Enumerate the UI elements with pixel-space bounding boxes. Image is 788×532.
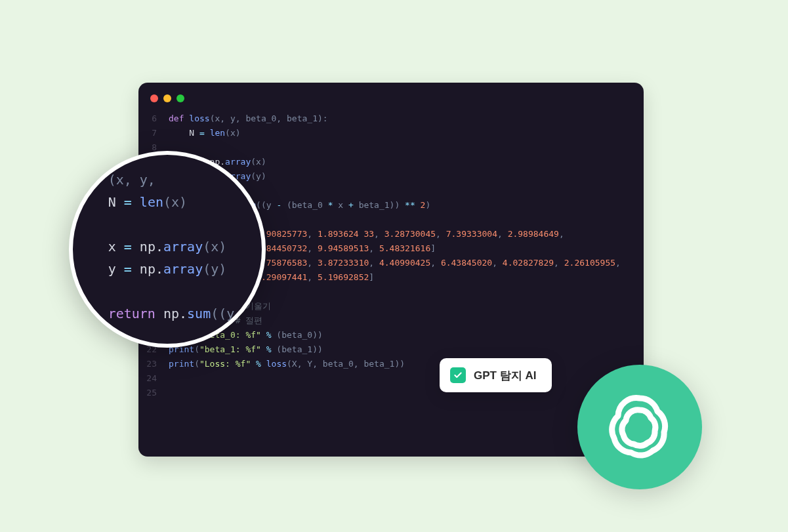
magnifier-lens: (x, y, N = len(x) x = np.array(x)y = np.… xyxy=(69,151,266,348)
line-number: 24 xyxy=(138,371,169,386)
line-source: x = np.array(x) xyxy=(169,155,644,169)
code-line: 22print("beta_1: %f" % (beta_1)) xyxy=(138,342,644,357)
badge-label: GPT 탐지 AI xyxy=(474,368,536,383)
code-line: 23print("Loss: %f" % loss(X, Y, beta_0, … xyxy=(138,357,644,371)
line-number: 7 xyxy=(138,126,169,140)
close-icon[interactable] xyxy=(150,94,158,102)
openai-knot-icon xyxy=(600,388,679,466)
line-source: y = np.array(y) xyxy=(169,169,644,184)
code-line: 7 N = len(x) xyxy=(138,126,644,140)
detection-badge: GPT 탐지 AI xyxy=(440,358,552,392)
line-source: print("beta_1: %f" % (beta_1)) xyxy=(169,342,644,357)
line-number: 23 xyxy=(138,357,169,371)
minimize-icon[interactable] xyxy=(163,94,171,102)
line-source: print("beta_0: %f" % (beta_0)) xyxy=(169,328,644,342)
line-number: 6 xyxy=(138,112,169,126)
openai-logo xyxy=(577,365,702,489)
code-line: 8 xyxy=(138,140,644,155)
window-controls xyxy=(138,94,644,112)
code-line: 24 xyxy=(138,371,644,386)
line-source: def loss(x, y, beta_0, beta_1): xyxy=(169,112,644,126)
line-source xyxy=(169,371,644,386)
line-number: 25 xyxy=(138,386,169,400)
zoom-icon[interactable] xyxy=(176,94,184,102)
magnified-code: (x, y, N = len(x) x = np.array(x)y = np.… xyxy=(108,169,235,325)
code-line: 25 xyxy=(138,386,644,400)
check-icon xyxy=(450,367,466,383)
line-source xyxy=(169,140,644,155)
line-source xyxy=(169,386,644,400)
line-source: N = len(x) xyxy=(169,126,644,140)
code-line: 6def loss(x, y, beta_0, beta_1): xyxy=(138,112,644,126)
line-source: print("Loss: %f" % loss(X, Y, beta_0, be… xyxy=(169,357,644,371)
